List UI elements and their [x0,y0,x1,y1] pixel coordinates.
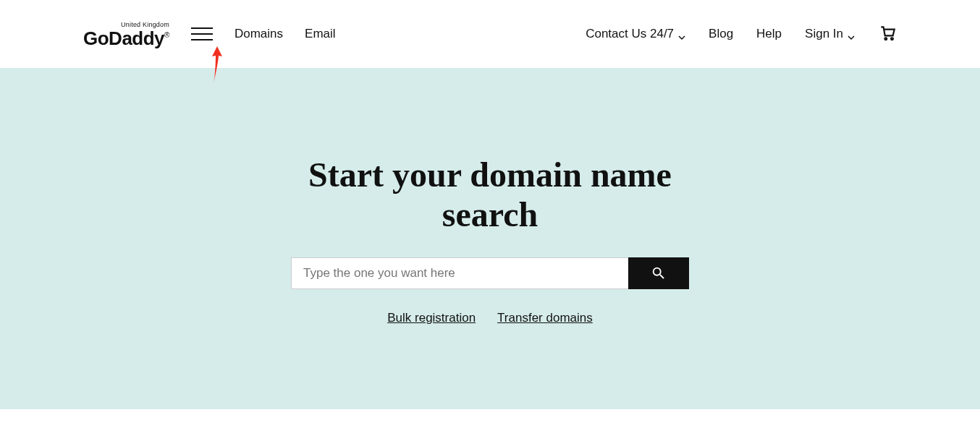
search-row [291,257,689,289]
blog-link[interactable]: Blog [709,27,733,41]
bulk-registration-link[interactable]: Bulk registration [387,311,476,325]
svg-point-0 [884,38,887,40]
search-icon [651,265,667,281]
hamburger-menu-icon[interactable] [191,24,213,44]
domain-search-input[interactable] [291,257,628,289]
logo[interactable]: United Kingdom GoDaddy® [83,21,169,48]
nav-links: Domains Email [235,27,336,41]
chevron-down-icon [678,30,685,38]
help-link[interactable]: Help [756,27,782,41]
header-left: United Kingdom GoDaddy® Domains Email [83,21,336,48]
logo-text: GoDaddy® [83,29,169,48]
nav-domains[interactable]: Domains [235,27,283,41]
hero-title: Start your domain name search [291,155,689,234]
bottom-space [0,409,980,428]
contact-link[interactable]: Contact Us 24/7 [586,27,685,41]
header: United Kingdom GoDaddy® Domains Email Co… [0,0,980,68]
contact-label: Contact Us 24/7 [586,27,674,41]
nav-email[interactable]: Email [305,27,336,41]
search-button[interactable] [628,257,689,289]
svg-point-1 [891,38,893,40]
hero: Start your domain name search Bulk regis… [0,68,980,409]
chevron-down-icon [848,30,855,38]
header-right: Contact Us 24/7 Blog Help Sign In [586,23,897,45]
signin-link[interactable]: Sign In [805,27,855,41]
signin-label: Sign In [805,27,843,41]
sub-links: Bulk registration Transfer domains [387,311,593,325]
cart-icon[interactable] [878,23,897,45]
transfer-domains-link[interactable]: Transfer domains [497,311,593,325]
